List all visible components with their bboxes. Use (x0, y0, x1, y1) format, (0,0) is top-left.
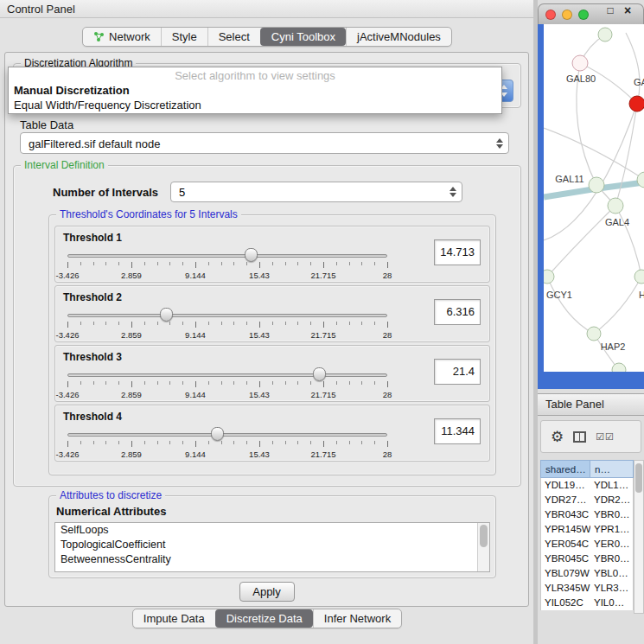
spinner-arrows-icon[interactable] (450, 187, 456, 197)
spinner-arrows-icon[interactable] (496, 138, 503, 149)
scrollbar-thumb[interactable] (635, 463, 642, 493)
threshold-value-field[interactable]: 21.4 (434, 359, 481, 385)
slider-scale-label: 2.859 (121, 271, 142, 280)
network-edge[interactable] (594, 277, 641, 334)
network-edge[interactable] (615, 104, 637, 206)
table-cell: YLR3… (590, 581, 633, 596)
network-node[interactable] (589, 177, 604, 193)
table-row[interactable]: YLR345WYLR3… (541, 581, 633, 596)
slider-scale-label: -3.426 (56, 330, 80, 340)
tab-infer-network[interactable]: Infer Network (313, 609, 401, 628)
close-traffic-light-icon[interactable] (545, 10, 556, 20)
number-of-intervals-select[interactable]: 5 (170, 182, 462, 202)
table-cell: YER054C (541, 537, 590, 552)
table-row[interactable]: YBL079WYBL0… (541, 566, 633, 581)
slider-thumb[interactable] (211, 427, 224, 441)
tab-impute-data[interactable]: Impute Data (133, 609, 215, 628)
table-cell: YBL079W (541, 566, 590, 581)
table-cell: YIL0… (590, 596, 633, 610)
close-panel-icon[interactable]: × (621, 3, 634, 17)
slider-track[interactable] (67, 314, 387, 317)
table-cell: YIL052C (541, 596, 590, 610)
minimize-traffic-light-icon[interactable] (562, 10, 572, 20)
number-of-intervals-row: Number of Intervals 5 (53, 182, 462, 202)
network-node[interactable] (634, 270, 644, 284)
slider-scale-label: 9.144 (185, 271, 206, 280)
algorithm-dropdown-popup: Select algorithm to view settingsManual … (8, 67, 502, 114)
slider-track[interactable] (67, 254, 387, 258)
threshold-value-field[interactable]: 14.713 (434, 239, 481, 265)
tab-discretize-data[interactable]: Discretize Data (215, 609, 313, 628)
apply-button[interactable]: Apply (239, 582, 295, 602)
float-panel-icon[interactable]: □ (603, 3, 617, 17)
table-body: YDL19…YDL1…YDR27…YDR2…YBR043CYBR0…YPR145… (540, 478, 634, 610)
attribute-list-item[interactable]: BetweennessCentrality (55, 552, 489, 567)
threshold-value-field[interactable]: 6.316 (434, 299, 481, 325)
slider-ticks (67, 322, 387, 329)
network-node[interactable] (598, 28, 612, 41)
tab-jactivemnodules[interactable]: jActiveMNodules (346, 28, 451, 46)
slider-scale-label: 9.144 (185, 330, 206, 340)
threshold-slider[interactable]: -3.4262.8599.14415.4321.71528 (67, 307, 387, 341)
table-cell: YDR27… (541, 493, 590, 507)
slider-thumb[interactable] (160, 308, 173, 322)
table-cell: YBR0… (590, 552, 633, 566)
column-header[interactable]: n… (590, 460, 634, 478)
gear-icon[interactable]: ⚙ (551, 430, 564, 444)
tab-label: Network (109, 30, 150, 43)
table-scrollbar[interactable] (634, 460, 644, 614)
panel-window-buttons: □ × (603, 3, 634, 17)
network-node[interactable] (544, 270, 554, 284)
threshold-panel: Threshold 2-3.4262.8599.14415.4321.71528… (54, 285, 490, 342)
network-graph: GAL80GAGAL11GAL4GCY1HHAP2 (544, 24, 644, 372)
tab-network[interactable]: Network (83, 28, 161, 46)
table-row[interactable]: YDL19…YDL1… (541, 478, 633, 493)
dropdown-option[interactable]: Manual Discretization (9, 83, 501, 98)
network-node[interactable] (608, 198, 623, 214)
tab-cyni-toolbox[interactable]: Cyni Toolbox (260, 28, 346, 46)
table-panel-header[interactable]: Table Panel (538, 393, 644, 416)
attributes-to-discretize-group: Attributes to discretize Numerical Attri… (48, 495, 496, 578)
dropdown-placeholder-option[interactable]: Select algorithm to view settings (9, 68, 501, 83)
slider-track[interactable] (67, 373, 387, 377)
columns-icon[interactable] (573, 431, 586, 443)
dropdown-option[interactable]: Equal Width/Frequency Discretization (9, 98, 501, 112)
network-canvas[interactable]: GAL80GAGAL11GAL4GCY1HHAP2 (544, 24, 644, 372)
cyni-toolbox-panel: Discretization Algorithm Select algorith… (4, 52, 529, 607)
table-cell: YBR045C (541, 552, 590, 566)
column-visibility-icon[interactable]: ☑☑ (596, 431, 615, 443)
tab-style[interactable]: Style (161, 28, 207, 46)
table-row[interactable]: YDR27…YDR2… (541, 493, 633, 507)
table-row[interactable]: YPR145WYPR1… (541, 522, 633, 537)
slider-scale: -3.4262.8599.14415.4321.71528 (67, 450, 387, 460)
table-row[interactable]: YBR043CYBR0… (541, 507, 633, 522)
network-node[interactable] (587, 327, 601, 341)
network-edge[interactable] (547, 277, 594, 334)
list-scrollbar[interactable] (477, 523, 489, 571)
threshold-slider[interactable]: -3.4262.8599.14415.4321.71528 (67, 367, 387, 401)
group-title: Attributes to discretize (56, 489, 165, 501)
numerical-attributes-list[interactable]: SelfLoopsTopologicalCoefficientBetweenne… (54, 522, 490, 572)
slider-thumb[interactable] (313, 367, 326, 381)
slider-scale-label: 9.144 (185, 450, 206, 459)
threshold-value-field[interactable]: 11.344 (434, 418, 481, 444)
table-row[interactable]: YBR045CYBR0… (541, 552, 633, 566)
table-toolbar: ⚙ ☑☑ (540, 420, 641, 453)
threshold-slider[interactable]: -3.4262.8599.14415.4321.71528 (67, 426, 387, 461)
scrollbar-thumb[interactable] (480, 525, 488, 547)
table-row[interactable]: YER054CYER0… (541, 537, 633, 552)
network-node[interactable] (572, 55, 588, 71)
attribute-list-item[interactable]: TopologicalCoefficient (55, 538, 489, 552)
slider-thumb[interactable] (245, 248, 258, 262)
table-data-select[interactable]: galFiltered.sif default node (20, 132, 509, 154)
threshold-slider[interactable]: -3.4262.8599.14415.4321.71528 (67, 247, 387, 282)
network-node[interactable] (629, 96, 644, 112)
zoom-traffic-light-icon[interactable] (578, 10, 589, 20)
attribute-list-item[interactable]: SelfLoops (55, 523, 489, 538)
network-edge[interactable] (544, 128, 644, 180)
column-header[interactable]: shared… (540, 460, 590, 478)
slider-track[interactable] (67, 433, 387, 437)
table-row[interactable]: YIL052CYIL0… (541, 596, 633, 610)
network-edge[interactable] (626, 33, 640, 104)
tab-select[interactable]: Select (207, 28, 260, 46)
